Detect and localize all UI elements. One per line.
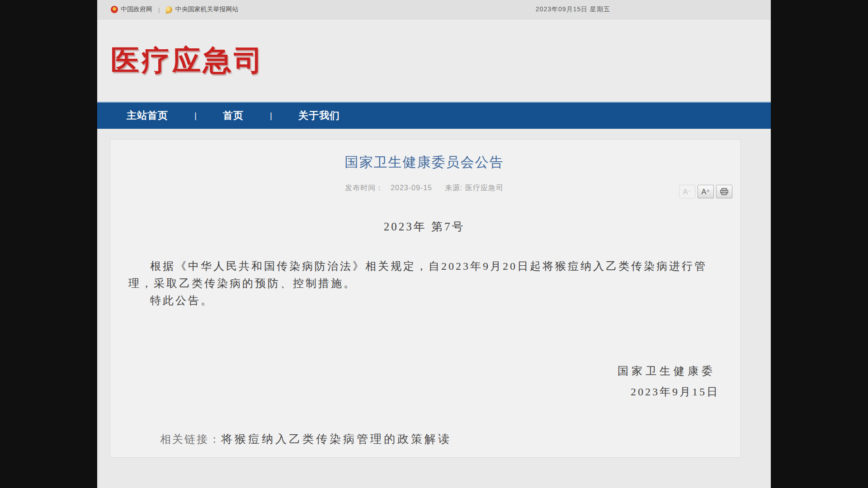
gov-portal-link[interactable]: 中国政府网 [111,5,152,14]
gov-portal-link-label: 中国政府网 [121,5,152,14]
related-links-label: 相关链接： [160,431,221,448]
report-site-link-label: 中央国家机关举报网站 [175,5,238,14]
signature-org: 国家卫生健康委 [128,362,720,380]
top-utility-bar: 中国政府网 | 中央国家机关举报网站 2023年09月15日 星期五 [97,0,771,19]
font-smaller-button[interactable]: A⁻ [679,185,695,198]
font-larger-button[interactable]: A⁺ [698,185,714,198]
source-value: 医疗应急司 [465,184,504,192]
document-number: 2023年 第7号 [128,219,720,234]
nav-item-about-us[interactable]: 关于我们 [298,109,340,122]
article-card: A⁻ A⁺ 国家卫生健康委员会公告 发布时间：2023-09-15来源: [110,139,741,458]
publish-time-label: 发布时间： [345,184,383,192]
national-emblem-icon [111,6,118,13]
main-area: A⁻ A⁺ 国家卫生健康委员会公告 发布时间：2023-09-15来源: [97,129,771,488]
site-header: 医疗应急司 [97,19,771,102]
page-container: 中国政府网 | 中央国家机关举报网站 2023年09月15日 星期五 医疗应急司… [97,0,771,488]
article-body: 根据《中华人民共和国传染病防治法》相关规定，自2023年9月20日起将猴痘纳入乙… [128,258,720,448]
report-site-icon [165,5,173,14]
topbar-separator: | [158,6,160,13]
publish-time-value: 2023-09-15 [391,184,432,192]
report-site-link[interactable]: 中央国家机关举报网站 [165,5,238,14]
main-nav: 主站首页 | 首页 | 关于我们 [97,102,771,129]
related-policy-link[interactable]: 将猴痘纳入乙类传染病管理的政策解读 [221,430,452,447]
nav-separator: | [194,111,197,121]
print-button[interactable] [716,185,732,198]
article-tools: A⁻ A⁺ [679,185,732,198]
topbar-links: 中国政府网 | 中央国家机关举报网站 [111,5,238,14]
nav-item-main-site-home[interactable]: 主站首页 [127,109,168,122]
nav-item-home[interactable]: 首页 [223,109,244,122]
printer-icon [720,188,728,195]
nav-separator: | [270,111,272,121]
article-paragraph: 特此公告。 [128,292,720,309]
source-label: 来源: [445,184,462,192]
current-date: 2023年09月15日 星期五 [536,5,610,14]
site-title: 医疗应急司 [111,41,264,80]
article-meta: 发布时间：2023-09-15来源: 医疗应急司 [128,183,720,193]
signature-date: 2023年9月15日 [128,383,720,400]
related-links-row: 相关链接： 将猴痘纳入乙类传染病管理的政策解读 [160,430,720,448]
article-paragraph: 根据《中华人民共和国传染病防治法》相关规定，自2023年9月20日起将猴痘纳入乙… [128,258,720,292]
article-title: 国家卫生健康委员会公告 [128,153,720,172]
